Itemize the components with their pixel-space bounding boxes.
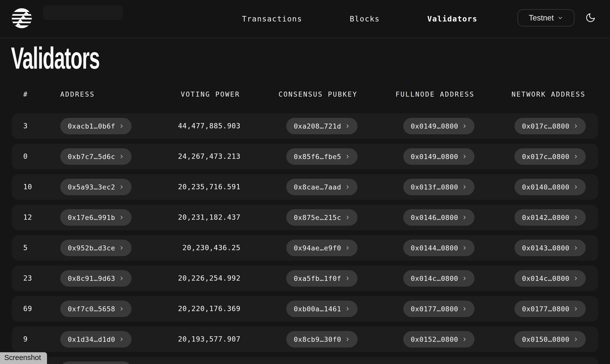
chevron-right-icon — [119, 245, 124, 250]
nav-item-validators[interactable]: Validators — [427, 14, 478, 23]
chevron-right-icon — [573, 124, 578, 129]
chevron-right-icon — [119, 124, 124, 129]
address-pill-label: 0x8c91…9d63 — [68, 275, 115, 282]
table-row-partial — [12, 357, 598, 364]
voting-power-value: 20,235,716.591 — [132, 174, 240, 200]
address-pill[interactable]: 0x952b…d3ce — [60, 240, 132, 256]
address-pill-label: 0x952b…d3ce — [68, 244, 115, 252]
fullnode-address-pill[interactable]: 0x0177…0800 — [403, 301, 474, 317]
fullnode-address-pill[interactable]: 0x014c…0800 — [403, 270, 474, 287]
column-header-rank: # — [23, 90, 28, 99]
chevron-right-icon — [119, 306, 124, 311]
address-pill-label: 0x5a93…3ec2 — [68, 183, 115, 191]
brand-logo-icon[interactable] — [12, 8, 32, 28]
fullnode-address-pill[interactable]: 0x0146…0800 — [403, 209, 474, 226]
validator-rank: 9 — [23, 327, 28, 352]
consensus-pubkey-pill[interactable]: 0xa208…721d — [286, 118, 358, 134]
network-address-pill-label: 0x0177…0800 — [522, 305, 570, 313]
network-address-pill[interactable]: 0x014c…0800 — [514, 270, 586, 287]
chevron-right-icon — [119, 154, 124, 159]
address-pill[interactable]: 0x5a93…3ec2 — [60, 179, 132, 195]
table-header: # ADDRESS VOTING POWER CONSENSUS PUBKEY … — [12, 90, 598, 99]
validator-rank: 23 — [23, 266, 32, 291]
chevron-right-icon — [573, 306, 578, 311]
consensus-pubkey-pill[interactable]: 0x94ae…e9f0 — [286, 240, 358, 256]
network-address-pill-label: 0x0143…0800 — [522, 244, 570, 252]
address-pill-label: 0xf7c0…5658 — [68, 305, 115, 313]
address-pill[interactable]: 0x1d34…d1d0 — [60, 331, 132, 348]
address-pill[interactable]: 0x8c91…9d63 — [60, 270, 132, 287]
chevron-right-icon — [345, 215, 350, 220]
consensus-pubkey-pill-label: 0xb00a…1461 — [294, 305, 341, 313]
column-header-network-address: NETWORK ADDRESS — [512, 90, 586, 99]
nav-item-blocks[interactable]: Blocks — [350, 14, 380, 23]
consensus-pubkey-pill[interactable]: 0x85f6…fbe5 — [286, 148, 358, 165]
chevron-right-icon — [119, 337, 124, 342]
consensus-pubkey-pill-label: 0x94ae…e9f0 — [294, 244, 341, 252]
consensus-pubkey-pill[interactable]: 0xa5fb…1f0f — [286, 270, 358, 287]
chevron-right-icon — [119, 215, 124, 220]
fullnode-address-pill[interactable]: 0x0149…0800 — [403, 118, 474, 134]
table-row: 230x8c91…9d6320,226,254.9920xa5fb…1f0f0x… — [12, 266, 598, 291]
network-address-pill-label: 0x017c…0800 — [522, 122, 570, 130]
network-selector-button[interactable]: Testnet — [518, 9, 574, 26]
validator-rank: 5 — [23, 235, 28, 261]
chevron-right-icon — [573, 184, 578, 189]
voting-power-value: 20,230,436.25 — [132, 235, 240, 261]
consensus-pubkey-pill[interactable]: 0xb00a…1461 — [286, 301, 358, 317]
network-address-pill[interactable]: 0x0177…0800 — [514, 301, 586, 317]
consensus-pubkey-pill[interactable]: 0x875e…215c — [286, 209, 358, 226]
network-address-pill[interactable]: 0x0142…0800 — [514, 209, 586, 226]
voting-power-value: 20,220,176.369 — [132, 296, 240, 322]
network-address-pill[interactable]: 0x0140…0800 — [514, 179, 586, 195]
address-pill[interactable]: 0x17e6…991b — [60, 209, 132, 226]
network-address-pill-label: 0x0140…0800 — [522, 183, 570, 191]
nav-item-transactions[interactable]: Transactions — [242, 14, 302, 23]
network-address-pill[interactable]: 0x017c…0800 — [514, 148, 586, 165]
chevron-right-icon — [462, 154, 467, 159]
brand-wordmark-placeholder — [43, 5, 123, 20]
address-pill[interactable] — [60, 362, 132, 364]
consensus-pubkey-pill-label: 0x875e…215c — [294, 214, 341, 221]
consensus-pubkey-pill[interactable]: 0x8cae…7aad — [286, 179, 358, 195]
address-pill-label: 0x17e6…991b — [68, 214, 115, 221]
chevron-right-icon — [462, 337, 467, 342]
chevron-right-icon — [462, 306, 467, 311]
chevron-right-icon — [462, 276, 467, 281]
consensus-pubkey-pill-label: 0x85f6…fbe5 — [294, 153, 341, 161]
page-title: Validators — [11, 43, 100, 73]
chevron-right-icon — [573, 337, 578, 342]
network-selector-label: Testnet — [529, 13, 554, 22]
network-address-pill[interactable]: 0x017c…0800 — [514, 118, 586, 134]
table-row: 30xacb1…0b6f44,477,885.9030xa208…721d0x0… — [12, 113, 598, 139]
chevron-right-icon — [345, 154, 350, 159]
address-pill[interactable]: 0xb7c7…5d6c — [60, 148, 132, 165]
chevron-right-icon — [462, 124, 467, 129]
network-address-pill-label: 0x0142…0800 — [522, 214, 570, 221]
chevron-right-icon — [573, 215, 578, 220]
fullnode-address-pill-label: 0x0146…0800 — [411, 214, 458, 221]
chevron-right-icon — [345, 184, 350, 189]
column-header-address: ADDRESS — [60, 90, 95, 99]
fullnode-address-pill[interactable]: 0x013f…0800 — [403, 179, 474, 195]
theme-toggle-button[interactable] — [584, 11, 597, 25]
chevron-right-icon — [573, 154, 578, 159]
table-row: 00xb7c7…5d6c24,267,473.2130x85f6…fbe50x0… — [12, 144, 598, 169]
fullnode-address-pill-label: 0x0144…0800 — [411, 244, 458, 252]
chevron-right-icon — [119, 276, 124, 281]
fullnode-address-pill[interactable]: 0x0144…0800 — [403, 240, 474, 256]
address-pill[interactable]: 0xacb1…0b6f — [60, 118, 132, 134]
fullnode-address-pill-label: 0x014c…0800 — [411, 275, 458, 282]
network-address-pill[interactable]: 0x0143…0800 — [514, 240, 586, 256]
consensus-pubkey-pill-label: 0x8cae…7aad — [294, 183, 341, 191]
fullnode-address-pill[interactable]: 0x0152…0800 — [403, 331, 474, 348]
screenshot-overlay-label: Screenshot — [0, 352, 47, 364]
fullnode-address-pill[interactable]: 0x0149…0800 — [403, 148, 474, 165]
address-pill[interactable]: 0xf7c0…5658 — [60, 301, 132, 317]
chevron-right-icon — [462, 245, 467, 250]
network-address-pill[interactable]: 0x0150…0800 — [514, 331, 586, 348]
table-row: 90x1d34…d1d020,193,577.9070x8cb9…30f00x0… — [12, 327, 598, 352]
consensus-pubkey-pill[interactable]: 0x8cb9…30f0 — [286, 331, 358, 348]
fullnode-address-pill-label: 0x013f…0800 — [411, 183, 458, 191]
moon-icon — [585, 12, 596, 24]
